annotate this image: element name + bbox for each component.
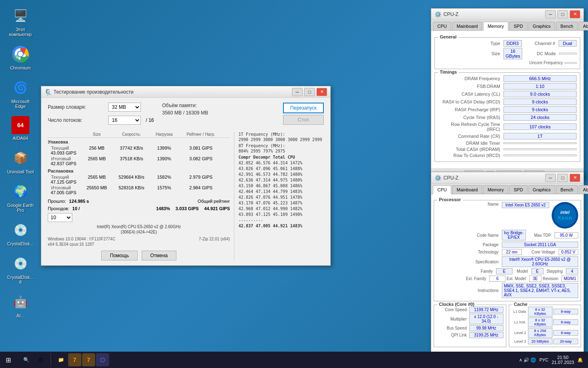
cpuz-qpi-row: QPI Link 3199.25 MHz <box>437 332 503 338</box>
cpuz-tdp-label: Max TDP <box>526 233 555 238</box>
cpuz-l3-label: Level 3 <box>512 339 528 343</box>
cpuz-dcmode-value <box>559 53 577 54</box>
cpuz-channel-label: Channel # <box>522 41 559 46</box>
zip-elapsed-area: Прошло: 124.985 s <box>48 198 89 204</box>
taskbar-icon-taskview[interactable]: ⊡ <box>34 353 47 366</box>
desktop-icon-aida64[interactable]: 64 AIDA64 <box>4 114 37 142</box>
mycomputer-label: Этоткомпьютер <box>9 27 31 37</box>
cpuz-cpu-close[interactable]: ✕ <box>570 174 580 182</box>
cpuz-tab-about[interactable]: About <box>579 185 588 194</box>
zip-unpack-current-load: 1582% <box>146 175 183 180</box>
zip-controls: ─ □ ✕ <box>292 88 327 96</box>
zip-unpack-total-speed: 528318 KB/s <box>117 185 146 190</box>
zip-minimize[interactable]: ─ <box>292 88 303 96</box>
cpuz-processor-group: Processor Name Intel Xeon E5 2650 v2 int… <box>434 200 581 301</box>
cpuz-dram-value: 666.5 MHz <box>503 75 577 82</box>
cpuz-tab-memory-cpu[interactable]: Memory <box>483 185 508 194</box>
cpuz-stepping-value: 4 <box>566 268 578 274</box>
cpuz-extfam-row: Ext. Family 6 Ext. Model 3E Revision M0/… <box>437 276 578 282</box>
desktop-icon-edge[interactable]: 🌀 MicrosoftEdge <box>4 76 37 110</box>
taskbar-pinned-7zip2[interactable]: 7 <box>82 353 95 366</box>
desktop-icon-earth[interactable]: 🌍 Google EarthPro <box>4 180 37 214</box>
taskbar-lang: РУС <box>539 357 548 362</box>
cpuz-idle-value <box>503 142 577 144</box>
zip-rating-right: 1483% 3.033 GIPS 44.921 GIPS <box>156 206 230 211</box>
cpuz-tab-graphics[interactable]: Graphics <box>528 185 555 194</box>
zip-unpack-total-row: Итоговый 25650 MB 528318 KB/s 1575% 2.98… <box>48 185 230 195</box>
taskbar-notification[interactable]: 🔔 <box>577 357 583 363</box>
cpuz-cache-group: Cache L1 Data 8 x 32 KBytes 8-way L1 Ins… <box>509 305 581 347</box>
cpuz-tab-cpu-mem[interactable]: CPU <box>433 22 451 30</box>
zip-total-gips-final: 44.921 GIPS <box>204 206 230 211</box>
taskbar-pinned-explorer[interactable]: 📁 <box>54 353 67 366</box>
zip-titlebar[interactable]: 🗜️ Тестирование производительности ─ □ ✕ <box>41 86 330 98</box>
cpuz-tab-mainboard-mem[interactable]: Mainboard <box>452 22 482 30</box>
taskbar-tray-icons: ∧ 🔊 🌐 <box>519 357 536 363</box>
desktop-icon-mycomputer[interactable]: 🖥️ Этоткомпьютер <box>4 4 37 38</box>
taskbar-pinned-7zip1[interactable]: 7 <box>68 353 81 366</box>
desktop-icon-ai[interactable]: 🤖 AI... <box>4 290 37 320</box>
cpuz-tras-row: Cycle Time (tRAS) 24 clocks <box>438 114 577 121</box>
zip-dict-select[interactable]: 32 MB <box>108 103 141 112</box>
crystal2-label: CrystalDisk...8 <box>7 275 34 285</box>
cpuz-tech-row: Technology 22 nm Core Voltage 0.852 V <box>437 249 578 255</box>
cpuz-extfam-label: Ext. Family <box>437 276 489 281</box>
zip-elapsed-label: Прошло: <box>48 199 66 204</box>
cpuz-package-value: Socket 2011 LGA <box>502 242 578 248</box>
cpuz-corespeed-value: 1199.72 MHz <box>469 307 503 313</box>
zip-restart-btn[interactable]: Перезапуск <box>283 103 324 113</box>
cpuz-dram-label: DRAM Frequency <box>438 76 503 81</box>
cpuz-memory-maximize[interactable]: □ <box>557 10 568 18</box>
zip-cancel-btn[interactable]: Отмена <box>142 251 176 260</box>
desktop-icon-crystal2[interactable]: 💿 CrystalDisk...8 <box>4 252 37 286</box>
zip-pack-total-rating: 3.082 GIPS <box>183 156 219 161</box>
cpuz-memory-content: General Type DDR3 Channel # Dual Size 16… <box>431 31 584 168</box>
cpuz-tab-mainboard[interactable]: Mainboard <box>452 185 482 194</box>
cpuz-instr-row: Instructions MMX, SSE, SSE2, SSE3, SSSE3… <box>437 283 578 298</box>
cpuz-cr-row: Command Rate (CR) 1T <box>438 133 577 139</box>
cpuz-cr-value: 1T <box>503 133 577 139</box>
cpuz-cpu-maximize[interactable]: □ <box>557 174 568 182</box>
cpuz-dram-row: DRAM Frequency 666.5 MHz <box>438 75 577 82</box>
zip-help-btn[interactable]: Помощь <box>101 251 137 260</box>
zip-passes-left: Проходов: 10 / <box>48 206 80 211</box>
cpuz-name-label: Name <box>437 202 502 206</box>
zip-threads-select[interactable]: 16 <box>108 116 141 125</box>
cpuz-l3-value: 20 MBytes <box>528 339 553 344</box>
taskbar-icon-search[interactable]: 🔍 <box>20 353 33 366</box>
taskbar-pinned-app[interactable]: ⬡ <box>96 353 109 366</box>
taskbar-start-button[interactable]: ⊞ <box>0 352 16 368</box>
desktop-icon-chromium[interactable]: Chromium <box>4 43 37 72</box>
cpuz-tab-graphics-mem[interactable]: Graphics <box>528 22 555 30</box>
zip-close[interactable]: ✕ <box>316 88 327 96</box>
desktop-icon-crystal1[interactable]: 💿 CrystalDisk... <box>4 218 37 248</box>
cpuz-tab-bench-mem[interactable]: Bench <box>556 22 578 30</box>
cpuz-memory-minimize[interactable]: ─ <box>545 10 556 18</box>
zip-total-rating-area: Общий рейтинг <box>198 198 230 204</box>
cpuz-cpu-titlebar[interactable]: ⚙️ CPU-Z ─ □ ✕ <box>431 172 584 184</box>
desktop-icon-uninstall[interactable]: 📦 Uninstall Tool <box>4 146 37 176</box>
cpuz-memory-titlebar[interactable]: ⚙️ CPU-Z ─ □ ✕ <box>431 9 584 20</box>
zip-unpack-total-load: 1575% <box>146 185 183 190</box>
zip-passes-select[interactable]: 10 <box>48 213 72 222</box>
zip-maximize[interactable]: □ <box>304 88 315 96</box>
cpuz-tab-bench[interactable]: Bench <box>556 185 578 194</box>
cpuz-tab-spd-mem[interactable]: SPD <box>509 22 528 30</box>
cpuz-idle-label: DRAM Idle Timer <box>438 141 503 146</box>
cpuz-package-label: Package <box>437 242 502 247</box>
cpuz-tab-spd[interactable]: SPD <box>509 185 528 194</box>
cpuz-trfc-label: Row Refresh Cycle Time (tRFC) <box>438 122 503 132</box>
zip-footer-buttons: Помощь Отмена <box>48 251 230 260</box>
cpuz-trdram-value <box>503 148 577 150</box>
cpuz-tab-about-mem[interactable]: About <box>579 22 588 30</box>
cpuz-spec-value: Intel® Xeon® CPU E5-2650 v2 @ 2.60GHz <box>502 256 578 267</box>
cpuz-cpu-minimize[interactable]: ─ <box>545 174 556 182</box>
zip-col-total: Рейтинг / Нагр. <box>183 132 219 137</box>
mycomputer-icon: 🖥️ <box>11 6 30 25</box>
zip-sevenzip-info: 7-Zip 22.01 (x64) <box>199 237 230 241</box>
zip-unpack-current-label: Текущий <box>48 175 76 180</box>
cpuz-memory-close[interactable]: ✕ <box>570 10 580 18</box>
cpuz-tab-memory[interactable]: Memory <box>483 22 508 31</box>
zip-unpack-total-label: Итоговый <box>48 185 76 190</box>
cpuz-tab-cpu[interactable]: CPU <box>433 185 451 194</box>
